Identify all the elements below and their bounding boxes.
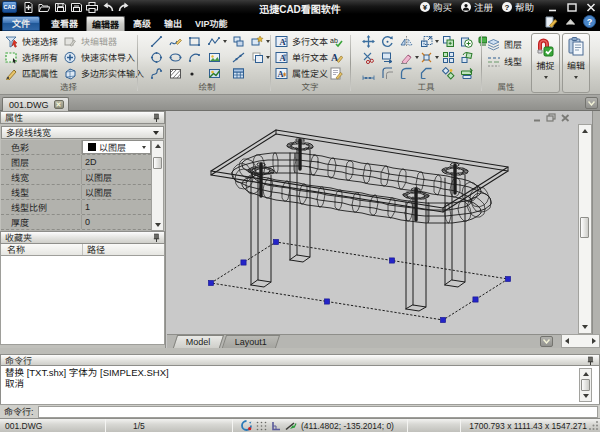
command-history[interactable]: 替换 [TXT.shx] 字体为 [SIMPLEX.SHX] 取消 bbox=[0, 366, 600, 404]
buy-button[interactable]: ¥购买 bbox=[420, 0, 452, 14]
canvas-vertical-scrollbar[interactable] bbox=[578, 124, 592, 334]
tab-vip[interactable]: VIP功能 bbox=[190, 16, 233, 31]
offset-icon[interactable] bbox=[381, 67, 394, 80]
attribute-define-button[interactable]: A属性定义 bbox=[275, 67, 328, 80]
ortho-icon[interactable] bbox=[271, 421, 281, 431]
scroll-down-icon[interactable] bbox=[579, 322, 590, 332]
scroll-down-icon[interactable] bbox=[580, 391, 591, 401]
property-row-linetype[interactable]: 线型 以图层 bbox=[1, 185, 151, 200]
pin-icon[interactable] bbox=[587, 356, 594, 366]
copy-icon[interactable] bbox=[442, 35, 455, 48]
erase-icon[interactable] bbox=[400, 51, 419, 64]
select-all-button[interactable]: 选择所有 bbox=[5, 51, 58, 64]
pin-icon[interactable] bbox=[153, 113, 160, 123]
measure-icon[interactable] bbox=[362, 67, 375, 80]
entity-import-button[interactable]: 快速实体导入 bbox=[64, 51, 135, 64]
maximize-button[interactable] bbox=[565, 2, 578, 13]
draw-spline-icon[interactable] bbox=[150, 67, 163, 80]
snap-button[interactable]: 捕捉 bbox=[531, 33, 560, 93]
tab-viewer[interactable]: 查看器 bbox=[46, 16, 83, 31]
draw-rectangle-icon[interactable] bbox=[188, 35, 201, 48]
single-text-button[interactable]: A单行文本 bbox=[275, 51, 328, 64]
grid-icon[interactable] bbox=[256, 421, 267, 431]
property-row-color[interactable]: 色彩 以图层 bbox=[1, 140, 151, 155]
property-row-thickness[interactable]: 厚度 0 bbox=[1, 215, 151, 230]
drawing-canvas[interactable] bbox=[167, 111, 592, 334]
lineweight-icon[interactable] bbox=[285, 421, 297, 431]
copy-object-icon[interactable] bbox=[251, 51, 270, 64]
properties-scrollbar[interactable] bbox=[151, 140, 164, 231]
tab-editor[interactable]: 编辑器 bbox=[86, 16, 125, 31]
chamfer-icon[interactable] bbox=[420, 67, 433, 80]
column-name[interactable]: 名称 bbox=[1, 244, 83, 255]
minimize-button[interactable] bbox=[546, 2, 559, 13]
draw-ellipse-icon[interactable] bbox=[169, 51, 182, 64]
scroll-thumb[interactable] bbox=[580, 217, 589, 238]
favorites-list[interactable] bbox=[0, 256, 165, 345]
scroll-up-icon[interactable] bbox=[580, 369, 591, 379]
tab-layout1[interactable]: Layout1 bbox=[221, 335, 279, 348]
edit-text-icon[interactable]: A bbox=[330, 51, 343, 64]
ungroup-icon[interactable] bbox=[460, 67, 473, 80]
osnap-icon[interactable] bbox=[241, 420, 252, 431]
property-type-dropdown[interactable]: 多段线线宽 bbox=[1, 126, 164, 139]
close-button[interactable] bbox=[584, 2, 597, 13]
mirror-icon[interactable] bbox=[400, 35, 413, 48]
tab-model[interactable]: Model bbox=[173, 335, 224, 348]
insert-block-icon[interactable] bbox=[232, 35, 245, 48]
scroll-up-icon[interactable] bbox=[579, 126, 590, 136]
edit-button[interactable]: 编辑 bbox=[562, 33, 590, 93]
quick-select-button[interactable]: 快速选择 bbox=[5, 35, 58, 48]
draw-arc-icon[interactable] bbox=[188, 51, 201, 64]
ribbon-help-icon[interactable]: ? bbox=[583, 15, 596, 28]
document-list-chevron[interactable] bbox=[585, 97, 598, 109]
move-icon[interactable] bbox=[362, 35, 375, 48]
column-path[interactable]: 路径 bbox=[83, 243, 105, 256]
fillet-icon[interactable] bbox=[400, 67, 413, 80]
resize-grip[interactable] bbox=[589, 420, 599, 431]
tab-advanced[interactable]: 高级 bbox=[128, 16, 156, 31]
mtext-button[interactable]: A1多行文本 bbox=[275, 35, 328, 48]
insert-table-icon[interactable] bbox=[232, 67, 245, 80]
property-value-color[interactable]: 以图层 bbox=[82, 140, 151, 154]
block-editor-button[interactable]: 块编辑器 bbox=[64, 35, 117, 48]
scroll-thumb[interactable] bbox=[153, 157, 162, 169]
mdi-close-icon[interactable] bbox=[560, 113, 570, 122]
mdi-minimize-icon[interactable] bbox=[532, 113, 542, 122]
tab-output[interactable]: 输出 bbox=[159, 16, 187, 31]
draw-line-icon[interactable] bbox=[150, 35, 163, 48]
scroll-right-icon[interactable] bbox=[592, 338, 596, 344]
draw-3dpolyline-icon[interactable] bbox=[208, 35, 227, 48]
group-icon[interactable] bbox=[442, 67, 455, 80]
explode-icon[interactable] bbox=[420, 51, 439, 64]
quick-edit-icon[interactable] bbox=[545, 16, 558, 28]
polygon-import-button[interactable]: 多边形实体输入 bbox=[64, 67, 144, 80]
edit-attribute-icon[interactable] bbox=[330, 67, 343, 80]
rotate-copy-icon[interactable] bbox=[460, 51, 473, 64]
document-tab[interactable]: 001.DWG ✕ bbox=[2, 97, 69, 111]
tab-file[interactable]: 文件 bbox=[2, 16, 40, 31]
array-icon[interactable] bbox=[442, 51, 455, 64]
command-input[interactable] bbox=[38, 406, 598, 418]
trim-icon[interactable] bbox=[362, 51, 375, 64]
command-scrollbar[interactable] bbox=[579, 368, 592, 402]
mdi-restore-icon[interactable] bbox=[546, 113, 556, 122]
canvas-horizontal-scrollbar[interactable] bbox=[561, 334, 600, 348]
linetype-button[interactable]: 线型 bbox=[487, 55, 522, 68]
scroll-up-icon[interactable] bbox=[152, 141, 163, 151]
create-block-icon[interactable] bbox=[251, 35, 270, 48]
property-row-layer[interactable]: 图层 2D bbox=[1, 155, 151, 170]
scale-icon[interactable] bbox=[420, 35, 439, 48]
paste-icon[interactable] bbox=[460, 35, 473, 48]
layout-list-chevron[interactable] bbox=[540, 336, 553, 347]
draw-construction-line-icon[interactable] bbox=[232, 51, 245, 64]
layer-button[interactable]: 图层 bbox=[487, 38, 522, 51]
register-button[interactable]: 注册 bbox=[461, 0, 493, 14]
scroll-left-icon[interactable] bbox=[565, 338, 569, 344]
draw-point-icon[interactable] bbox=[188, 67, 196, 80]
rotate-icon[interactable] bbox=[381, 35, 394, 48]
property-row-ltscale[interactable]: 线型比例 1 bbox=[1, 200, 151, 215]
collapse-ribbon-icon[interactable] bbox=[565, 18, 576, 26]
draw-polyline-icon[interactable] bbox=[169, 35, 182, 48]
draw-region-icon[interactable] bbox=[208, 67, 221, 80]
